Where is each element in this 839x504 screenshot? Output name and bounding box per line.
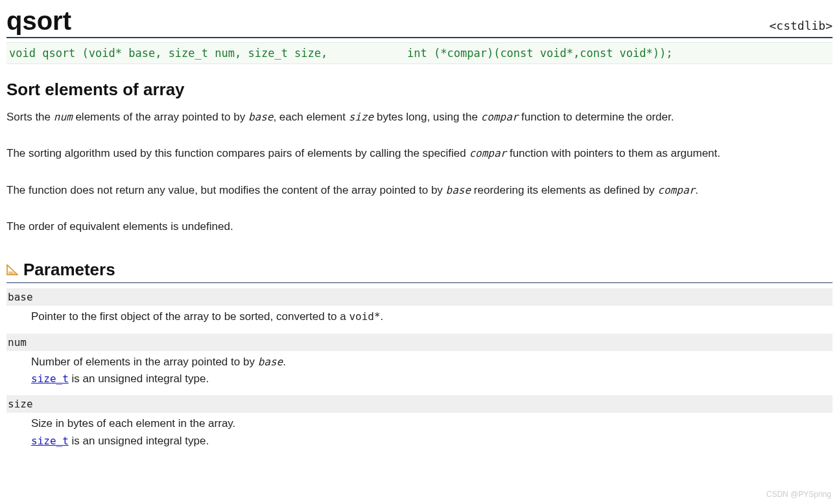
description-para-1: Sorts the num elements of the array poin… <box>6 109 833 126</box>
param-name-base: base <box>6 288 833 306</box>
section-title: Sort elements of array <box>6 80 833 100</box>
page-header: qsort <cstdlib> <box>6 6 833 38</box>
param-name-num: num <box>6 334 833 351</box>
triangle-icon <box>6 264 18 276</box>
param-ref-base: base <box>446 184 471 196</box>
link-size-t[interactable]: size_t <box>31 435 69 447</box>
parameters-label: Parameters <box>23 260 115 280</box>
param-ref-base: base <box>248 111 274 123</box>
param-ref-num: num <box>54 111 73 123</box>
header-library: <cstdlib> <box>769 19 833 32</box>
param-desc-size: Size in bytes of each element in the arr… <box>6 413 833 452</box>
param-desc-num: Number of elements in the array pointed … <box>6 351 833 391</box>
param-ref-compar: compar <box>657 184 695 196</box>
parameters-heading: Parameters <box>6 260 833 283</box>
param-ref-size: size <box>349 111 374 123</box>
param-name-size: size <box>6 395 833 413</box>
link-size-t[interactable]: size_t <box>31 372 69 385</box>
description-para-3: The function does not return any value, … <box>6 182 833 199</box>
description-para-4: The order of equivalent elements is unde… <box>6 218 833 235</box>
function-signature: void qsort (void* base, size_t num, size… <box>6 42 833 64</box>
code-voidptr: void* <box>349 310 380 323</box>
description-para-2: The sorting algorithm used by this funct… <box>6 145 833 162</box>
param-ref-base: base <box>258 356 283 368</box>
page-title: qsort <box>6 6 71 36</box>
param-ref-compar: compar <box>469 147 506 159</box>
param-desc-base: Pointer to the first object of the array… <box>6 306 833 328</box>
param-ref-compar: compar <box>481 111 519 123</box>
